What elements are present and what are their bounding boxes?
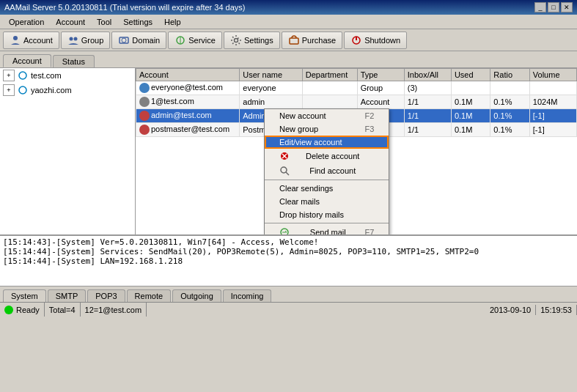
ctx-clear-sendings[interactable]: Clear sendings (265, 182, 389, 195)
col-account: Account (136, 69, 240, 81)
server-icon (18, 70, 28, 81)
log-panel: [15:14:43]-[System] Ver=5.0.20130811, Wi… (0, 234, 577, 286)
domain-icon (118, 34, 130, 46)
context-menu: New account F2 New group F3 Edit/view ac… (264, 108, 389, 234)
svg-point-7 (234, 38, 238, 42)
status-date: 2013-09-10 (485, 305, 536, 315)
cell-used (451, 81, 490, 95)
col-dept: Department (302, 69, 357, 81)
status-selected-segment: 12=1@test.com (81, 303, 147, 317)
table-row[interactable]: 1@test.com admin Account 1/1 0.1M 0.1% 1… (136, 95, 577, 109)
cell-username: admin (240, 95, 303, 109)
svg-point-1 (69, 37, 73, 40)
toolbar-shutdown-btn[interactable]: Shutdown (344, 32, 407, 49)
svg-line-17 (286, 172, 289, 175)
ctx-drop-history[interactable]: Drop history mails (265, 208, 389, 221)
toolbar-settings-btn[interactable]: Settings (224, 32, 280, 49)
log-line-2: [15:14:44]-[System] Services: SendMail(2… (3, 247, 574, 256)
btab-smtp[interactable]: SMTP (48, 289, 87, 302)
btab-pop3[interactable]: POP3 (87, 289, 125, 302)
ctx-clear-mails[interactable]: Clear mails (265, 195, 389, 208)
ctx-find-account[interactable]: Find account (265, 163, 389, 178)
app-title: AAMail Server 5.0.20130811 (Trial versio… (4, 3, 246, 12)
status-ready-segment: Ready (0, 303, 45, 317)
btab-system[interactable]: System (3, 289, 46, 302)
status-right: 2013-09-10 15:19:53 (485, 305, 577, 315)
cell-account: postmaster@test.com (136, 123, 240, 137)
settings-icon (230, 34, 242, 46)
cell-inbox: 1/1 (404, 95, 451, 109)
svg-point-16 (281, 167, 287, 173)
title-bar: AAMail Server 5.0.20130811 (Trial versio… (0, 0, 577, 15)
ctx-send-mail-shortcut: F7 (365, 228, 375, 234)
menu-help[interactable]: Help (158, 17, 187, 27)
cell-volume: [-1] (529, 109, 576, 123)
ctx-new-group-label: New group (279, 125, 318, 133)
close-btn[interactable]: ✕ (561, 2, 573, 12)
cell-type: Account (357, 95, 404, 109)
toolbar-account-btn[interactable]: Account (3, 32, 59, 49)
cell-ratio (490, 81, 529, 95)
svg-point-18 (281, 229, 288, 234)
cell-dept (302, 95, 357, 109)
status-selected: 12=1@test.com (85, 306, 142, 314)
table-row[interactable]: everyone@test.com everyone Group (3) (136, 81, 577, 95)
col-inbox: Inbox/All (404, 69, 451, 81)
tree-item-yaozhicom[interactable]: + yaozhi.com (0, 83, 135, 97)
ctx-sep-2 (265, 223, 389, 223)
tab-account[interactable]: Account (3, 54, 51, 67)
ctx-new-account[interactable]: New account F2 (265, 109, 389, 122)
ctx-send-mail[interactable]: Send mail F7 (265, 225, 389, 234)
group-icon (67, 34, 79, 46)
btab-incoming[interactable]: Incoming (223, 289, 272, 302)
ctx-new-group[interactable]: New group F3 (265, 122, 389, 136)
service-icon (174, 34, 186, 46)
tab-status[interactable]: Status (53, 55, 95, 67)
ctx-send-mail-label: Send mail (310, 228, 346, 234)
ctx-clear-mails-label: Clear mails (279, 197, 320, 206)
ctx-find-label: Find account (309, 166, 356, 175)
minimize-btn[interactable]: _ (534, 2, 546, 12)
find-icon (279, 166, 290, 176)
btab-remote[interactable]: Remote (127, 289, 172, 302)
cell-ratio: 0.1% (490, 95, 529, 109)
menu-bar: Operation Account Tool Settings Help (0, 15, 577, 29)
cell-type: Group (357, 81, 404, 95)
cell-volume: 1024M (529, 95, 576, 109)
cell-inbox: 1/1 (404, 109, 451, 123)
menu-operation[interactable]: Operation (3, 17, 50, 27)
cell-account: admin@test.com (136, 109, 240, 123)
ctx-new-account-label: New account (279, 111, 326, 120)
menu-account[interactable]: Account (50, 17, 91, 27)
toolbar-purchase-btn[interactable]: Purchase (282, 32, 342, 49)
svg-point-4 (122, 38, 126, 42)
log-line-1: [15:14:43]-[System] Ver=5.0.20130811, Wi… (3, 237, 574, 247)
shutdown-icon (350, 34, 362, 46)
toolbar-service-btn[interactable]: Service (168, 32, 222, 49)
server-icon-2 (18, 85, 28, 95)
tree-item-testcom[interactable]: + test.com (0, 68, 135, 83)
ctx-edit-account[interactable]: Edit/view account (265, 136, 389, 149)
cell-inbox: 1/1 (404, 123, 451, 137)
tree-panel: + test.com + yaozhi.com (0, 68, 136, 234)
window-controls[interactable]: _ □ ✕ (534, 2, 573, 12)
svg-point-0 (13, 36, 18, 40)
cell-used: 0.1M (451, 95, 490, 109)
btab-outgoing[interactable]: Outgoing (172, 289, 221, 302)
cell-ratio: 0.1% (490, 109, 529, 123)
menu-settings[interactable]: Settings (117, 17, 158, 27)
menu-tool[interactable]: Tool (91, 17, 117, 27)
cell-dept (302, 81, 357, 95)
ctx-clear-sendings-label: Clear sendings (279, 184, 333, 193)
ctx-drop-history-label: Drop history mails (279, 210, 344, 219)
bottom-tabs: System SMTP POP3 Remote Outgoing Incomin… (0, 286, 577, 302)
expand-icon-2[interactable]: + (3, 84, 15, 96)
ctx-delete-account[interactable]: Delete account (265, 149, 389, 163)
toolbar-group-btn[interactable]: Group (61, 32, 111, 49)
toolbar-domain-btn[interactable]: Domain (111, 32, 166, 49)
maximize-btn[interactable]: □ (548, 2, 559, 12)
expand-icon[interactable]: + (3, 70, 15, 81)
status-time: 15:19:53 (536, 305, 577, 315)
cell-volume (529, 81, 576, 95)
col-used: Used (451, 69, 490, 81)
